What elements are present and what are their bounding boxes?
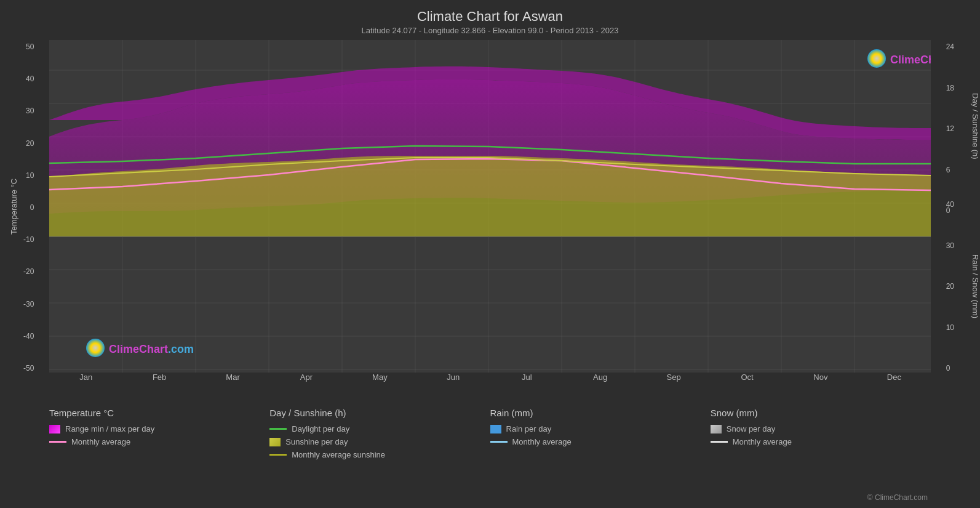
- x-label-jun: Jun: [416, 373, 490, 394]
- legend-item-daylight: Daylight per day: [269, 424, 490, 433]
- legend-label-monthly-snow: Monthly average: [733, 437, 792, 446]
- legend-label-monthly-temp: Monthly average: [71, 437, 130, 446]
- y-right-label-top: Day / Sunshine (h): [971, 40, 980, 212]
- legend-swatch-sunshine: [269, 438, 281, 446]
- chart-svg: ClimeChart.com ClimeChart.com: [49, 40, 931, 373]
- legend-line-monthly-rain: [490, 441, 508, 443]
- page-wrapper: Climate Chart for Aswan Latitude 24.077 …: [0, 0, 980, 508]
- y-right-ticks-bottom: 010203040: [946, 200, 954, 373]
- legend-title-snow: Snow (mm): [711, 408, 931, 418]
- legend-line-daylight: [269, 428, 287, 430]
- legend-area: Temperature °C Range min / max per day M…: [0, 400, 980, 508]
- x-label-oct: Oct: [711, 373, 784, 394]
- legend-item-monthly-sunshine: Monthly average sunshine: [269, 450, 490, 459]
- x-label-nov: Nov: [784, 373, 857, 394]
- main-title: Climate Chart for Aswan: [0, 9, 980, 25]
- legend-label-rain: Rain per day: [506, 424, 552, 433]
- x-label-may: May: [343, 373, 416, 394]
- legend-col-temperature: Temperature °C Range min / max per day M…: [49, 405, 269, 503]
- x-label-mar: Mar: [196, 373, 269, 394]
- x-label-feb: Feb: [122, 373, 196, 394]
- y-left-ticks: 5040302010 0-10-20-30-40-50: [23, 42, 34, 373]
- legend-line-monthly-sunshine: [269, 454, 287, 456]
- legend-title-rain: Rain (mm): [490, 408, 711, 418]
- legend-label-range: Range min / max per day: [65, 424, 154, 433]
- legend-item-rain: Rain per day: [490, 424, 711, 433]
- x-label-dec: Dec: [858, 373, 931, 394]
- legend-item-sunshine-swatch: Sunshine per day: [269, 437, 490, 446]
- legend-label-snow: Snow per day: [727, 424, 776, 433]
- sub-title: Latitude 24.077 - Longitude 32.866 - Ele…: [0, 26, 980, 35]
- svg-text:ClimeChart.com: ClimeChart.com: [890, 54, 931, 66]
- x-label-jan: Jan: [49, 373, 122, 394]
- legend-label-daylight: Daylight per day: [292, 424, 349, 433]
- copyright: © ClimeChart.com: [867, 493, 928, 502]
- y-right-label-bottom: Rain / Snow (mm): [971, 200, 980, 373]
- svg-point-23: [86, 339, 105, 357]
- legend-swatch-range: [49, 425, 60, 433]
- legend-item-snow: Snow per day: [711, 424, 931, 433]
- legend-item-monthly-rain: Monthly average: [490, 437, 711, 446]
- x-label-sep: Sep: [637, 373, 710, 394]
- legend-label-monthly-rain: Monthly average: [512, 437, 572, 446]
- legend-title-temperature: Temperature °C: [49, 408, 269, 418]
- legend-col-sunshine: Day / Sunshine (h) Daylight per day Suns…: [269, 405, 490, 503]
- legend-item-monthly-snow: Monthly average: [711, 437, 931, 446]
- legend-item-range: Range min / max per day: [49, 424, 269, 433]
- y-right-ticks-top: 24181260: [946, 42, 954, 215]
- x-label-jul: Jul: [490, 373, 564, 394]
- legend-label-sunshine: Sunshine per day: [285, 437, 348, 446]
- chart-area: ClimeChart.com ClimeChart.com: [49, 40, 931, 373]
- legend-swatch-snow: [711, 425, 722, 433]
- x-label-apr: Apr: [269, 373, 343, 394]
- legend-title-sunshine: Day / Sunshine (h): [269, 408, 490, 418]
- x-label-aug: Aug: [564, 373, 637, 394]
- svg-point-21: [867, 49, 886, 68]
- legend-col-rain: Rain (mm) Rain per day Monthly average: [490, 405, 711, 503]
- legend-swatch-rain: [490, 425, 501, 433]
- x-axis: Jan Feb Mar Apr May Jun Jul Aug Sep Oct …: [49, 373, 931, 394]
- legend-col-snow: Snow (mm) Snow per day Monthly average: [711, 405, 931, 503]
- legend-line-monthly-snow: [711, 441, 728, 443]
- title-area: Climate Chart for Aswan Latitude 24.077 …: [0, 0, 980, 35]
- legend-label-monthly-sunshine: Monthly average sunshine: [292, 450, 385, 459]
- legend-item-monthly-temp: Monthly average: [49, 437, 269, 446]
- y-left-label: Temperature °C: [9, 40, 18, 373]
- svg-text:ClimeChart.com: ClimeChart.com: [109, 343, 194, 355]
- legend-line-monthly-temp: [49, 441, 66, 443]
